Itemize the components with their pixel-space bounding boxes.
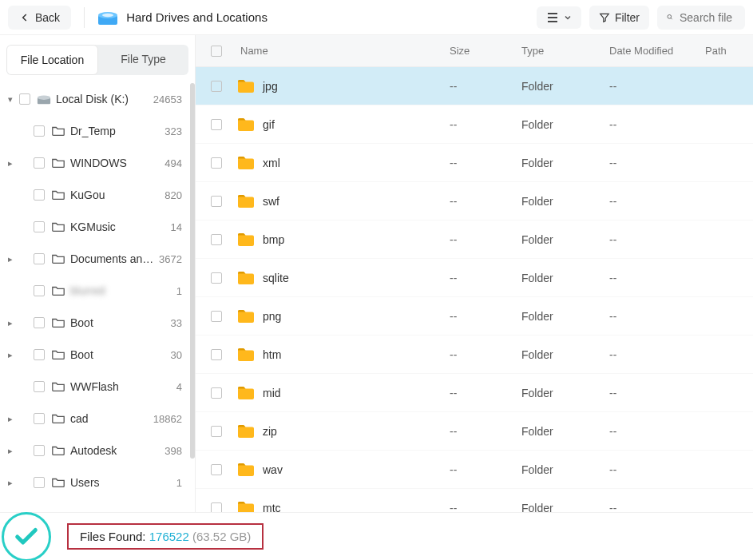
tree-checkbox[interactable]	[34, 445, 45, 456]
col-name[interactable]: Name	[237, 45, 450, 57]
list-row[interactable]: png--Folder--	[196, 297, 753, 336]
files-found-count: 176522	[149, 530, 189, 543]
drive-icon	[97, 9, 118, 26]
tree-caret[interactable]: ▸	[5, 446, 16, 456]
tree-count: 1	[176, 477, 190, 489]
row-checkbox[interactable]	[196, 502, 237, 513]
tree-checkbox[interactable]	[34, 221, 45, 232]
tree-count: 3672	[159, 253, 190, 265]
tab-file-type[interactable]: File Type	[98, 45, 188, 75]
tree-item[interactable]: KuGou820	[0, 179, 190, 211]
tree-checkbox[interactable]	[19, 93, 30, 105]
tree-checkbox[interactable]	[34, 477, 45, 488]
search-input[interactable]	[680, 11, 735, 24]
row-type: Folder	[521, 233, 609, 246]
tree-caret[interactable]: ▸	[5, 254, 16, 264]
col-type[interactable]: Type	[521, 45, 609, 57]
tree-item[interactable]: ▸Users1	[0, 467, 190, 498]
list-row[interactable]: jpg--Folder--	[196, 67, 753, 105]
list-row[interactable]: sqlite--Folder--	[196, 259, 753, 297]
row-checkbox[interactable]	[196, 426, 237, 437]
list-row[interactable]: mid--Folder--	[196, 374, 753, 412]
row-name: png	[263, 310, 281, 323]
select-all-checkbox[interactable]	[196, 46, 237, 57]
tab-file-location[interactable]: File Location	[6, 45, 98, 75]
tree-caret[interactable]: ▸	[5, 158, 16, 169]
row-checkbox[interactable]	[196, 81, 237, 92]
list-row[interactable]: xml--Folder--	[196, 144, 753, 182]
view-menu-button[interactable]	[537, 6, 581, 29]
tree-checkbox[interactable]	[34, 285, 45, 296]
col-date[interactable]: Date Modified	[609, 45, 705, 57]
row-checkbox[interactable]	[196, 387, 237, 399]
tree-checkbox[interactable]	[34, 157, 45, 169]
folder-outline-icon	[51, 220, 65, 233]
tree-checkbox[interactable]	[34, 381, 45, 392]
row-name-cell: htm	[237, 348, 450, 362]
tree-count: 33	[171, 317, 190, 329]
filter-button[interactable]: Filter	[589, 6, 649, 30]
folder-outline-icon	[51, 444, 65, 457]
sidebar-scrollbar[interactable]	[190, 83, 195, 459]
list-row[interactable]: htm--Folder--	[196, 336, 753, 374]
list-row[interactable]: wav--Folder--	[196, 451, 753, 489]
row-date: --	[609, 118, 705, 131]
file-list[interactable]: jpg--Folder--gif--Folder--xml--Folder--s…	[196, 67, 753, 512]
list-row[interactable]: mtc--Folder--	[196, 489, 753, 512]
folder-icon	[237, 309, 255, 324]
tree-count: 18862	[153, 413, 190, 425]
row-size: --	[450, 80, 521, 93]
tree-item[interactable]: ▸Boot33	[0, 307, 190, 339]
row-checkbox[interactable]	[196, 311, 237, 322]
row-name: htm	[263, 348, 281, 361]
row-checkbox[interactable]	[196, 464, 237, 475]
tree-caret[interactable]: ▾	[5, 94, 16, 105]
tree-caret[interactable]: ▸	[5, 414, 16, 424]
row-type: Folder	[521, 80, 609, 93]
list-row[interactable]: bmp--Folder--	[196, 220, 753, 259]
scan-complete-icon	[2, 512, 51, 561]
col-path[interactable]: Path	[705, 45, 753, 57]
search-box[interactable]	[657, 6, 745, 30]
tree-item[interactable]: Dr_Temp323	[0, 115, 190, 147]
list-row[interactable]: gif--Folder--	[196, 105, 753, 144]
back-button[interactable]: Back	[8, 6, 71, 30]
tree-checkbox[interactable]	[34, 253, 45, 264]
tree-item[interactable]: KGMusic14	[0, 211, 190, 243]
tree-checkbox[interactable]	[34, 413, 45, 424]
list-row[interactable]: swf--Folder--	[196, 182, 753, 220]
tree-count: 14	[171, 221, 190, 233]
tree-checkbox[interactable]	[34, 317, 45, 328]
row-date: --	[609, 272, 705, 284]
tree-item[interactable]: WWFlash4	[0, 371, 190, 403]
tree-count: 494	[164, 157, 190, 169]
tree-item[interactable]: ▸Documents and Set...3672	[0, 243, 190, 275]
folder-tree[interactable]: ▾Local Disk (K:)24653Dr_Temp323▸WINDOWS4…	[0, 83, 195, 512]
tree-item[interactable]: blurred1	[0, 275, 190, 307]
row-type: Folder	[521, 502, 609, 513]
tree-checkbox[interactable]	[34, 349, 45, 360]
tree-checkbox[interactable]	[34, 125, 45, 137]
row-checkbox[interactable]	[196, 349, 237, 360]
row-checkbox[interactable]	[196, 234, 237, 245]
back-label: Back	[35, 11, 60, 24]
tree-label: Dr_Temp	[70, 125, 164, 137]
sidebar: File Location File Type ▾Local Disk (K:)…	[0, 35, 196, 512]
tree-caret[interactable]: ▸	[5, 478, 16, 488]
tree-checkbox[interactable]	[34, 189, 45, 201]
col-size[interactable]: Size	[450, 45, 521, 57]
tree-item[interactable]: ▸Boot30	[0, 339, 190, 371]
folder-icon	[237, 424, 255, 439]
row-checkbox[interactable]	[196, 157, 237, 169]
row-checkbox[interactable]	[196, 196, 237, 207]
row-size: --	[450, 502, 521, 513]
tree-item[interactable]: ▾Local Disk (K:)24653	[0, 83, 190, 115]
tree-item[interactable]: ▸Autodesk398	[0, 435, 190, 467]
row-checkbox[interactable]	[196, 272, 237, 284]
list-row[interactable]: zip--Folder--	[196, 412, 753, 451]
row-checkbox[interactable]	[196, 119, 237, 130]
tree-item[interactable]: ▸cad18862	[0, 403, 190, 435]
tree-item[interactable]: ▸WINDOWS494	[0, 147, 190, 179]
tree-caret[interactable]: ▸	[5, 318, 16, 328]
tree-caret[interactable]: ▸	[5, 350, 16, 360]
